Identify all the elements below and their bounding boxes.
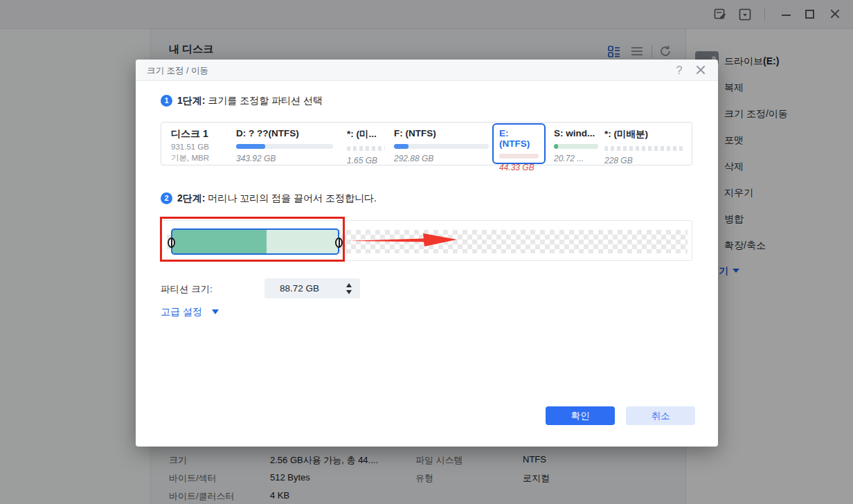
partition-label: D: ? ??(NTFS) [236,128,333,138]
step1-text: 크기를 조정할 파티션 선택 [205,95,323,106]
step1-instruction: 1단계: 크기를 조정할 파티션 선택 [177,95,323,107]
partition-f[interactable]: F: (NTFS) 292.88 GB [394,128,489,163]
red-annotation-rectangle [160,217,345,262]
partition-unallocated-2[interactable]: *: (미배분) 228 GB [604,128,683,165]
partition-usage-bar [499,154,539,159]
spinner-down-icon[interactable] [346,290,352,294]
partition-label: E: (NTFS) [499,128,539,149]
partition-size-value: 88.72 GB [280,283,319,294]
red-annotation-arrow-icon [349,231,458,249]
partition-label: *: (미배분) [604,128,683,141]
partition-label: *: (미... [347,128,385,141]
step2-number-label: 2단계: [177,192,205,204]
step2-badge: 2 [161,192,172,204]
partition-size: 20.72 ... [554,154,598,163]
partition-usage-bar [604,146,683,151]
partition-size: 44.33 GB [499,163,539,172]
partition-size: 1.65 GB [347,156,385,165]
partition-label: F: (NTFS) [394,128,489,138]
app-window: ★ EaseUS Partition Master 프로 버전 ★ Pro 파티… [0,0,853,504]
partition-size: 228 GB [604,156,683,165]
advanced-settings-link[interactable]: 고급 설정 [161,306,219,318]
partition-usage-bar [394,144,489,149]
partition-e-selected[interactable]: E: (NTFS) 44.33 GB [492,123,546,164]
dialog-close-icon[interactable] [695,64,706,75]
disk-name: 디스크 1 [171,128,209,141]
ok-button[interactable]: 확인 [546,406,615,425]
partition-usage-bar [236,144,333,149]
partition-size: 292.88 GB [394,154,489,163]
partition-unallocated-1[interactable]: *: (미... 1.65 GB [347,128,385,165]
disk-size: 931.51 GB [171,143,209,151]
dialog-title: 크기 조정 / 이동 [147,65,208,77]
partition-size-stepper[interactable]: 88.72 GB [264,278,360,298]
disk-partition-strip: 디스크 1 931.51 GB 기본, MBR D: ? ??(NTFS) 34… [161,122,692,165]
dialog-header [136,60,718,81]
advanced-settings-label: 고급 설정 [161,306,202,317]
spinner-up-icon[interactable] [346,283,352,287]
partition-d[interactable]: D: ? ??(NTFS) 343.92 GB [236,128,333,163]
help-icon[interactable]: ? [672,63,687,78]
step1-number-label: 1단계: [177,95,205,106]
partition-label: S: wind... [554,128,598,138]
partition-s[interactable]: S: wind... 20.72 ... [554,128,598,163]
chevron-down-icon [212,309,219,314]
resize-move-dialog: 크기 조정 / 이동 ? 1 1단계: 크기를 조정할 파티션 선택 디스크 1… [136,60,718,447]
step2-instruction: 2단계: 머리나 꼬리의 점을 끌어서 조정합니다. [177,192,377,205]
partition-usage-bar [554,144,598,149]
step2-text: 머리나 꼬리의 점을 끌어서 조정합니다. [205,192,376,204]
partition-size: 343.92 GB [236,154,333,163]
disk-type: 기본, MBR [171,153,209,163]
step1-badge: 1 [161,95,172,107]
partition-usage-bar [347,146,385,151]
partition-size-label: 파티션 크기: [161,283,213,296]
disk-info: 디스크 1 931.51 GB 기본, MBR [171,128,209,163]
cancel-button[interactable]: 취소 [626,406,695,425]
